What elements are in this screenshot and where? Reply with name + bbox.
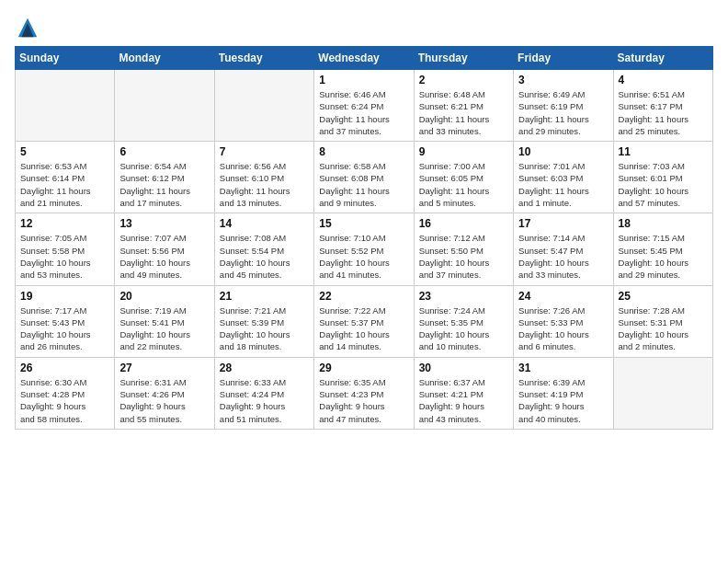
day-info: Sunrise: 7:08 AM Sunset: 5:54 PM Dayligh… — [220, 232, 309, 281]
calendar-day-cell — [115, 70, 214, 142]
day-info: Sunrise: 7:21 AM Sunset: 5:39 PM Dayligh… — [220, 304, 309, 353]
day-number: 20 — [119, 290, 209, 303]
day-number: 2 — [419, 74, 508, 86]
logo-icon — [15, 15, 40, 40]
calendar-day-cell: 27Sunrise: 6:31 AM Sunset: 4:26 PM Dayli… — [115, 357, 214, 429]
day-info: Sunrise: 6:56 AM Sunset: 6:10 PM Dayligh… — [220, 160, 309, 209]
calendar-day-cell: 31Sunrise: 6:39 AM Sunset: 4:19 PM Dayli… — [514, 357, 613, 429]
day-number: 7 — [220, 145, 309, 158]
day-number: 22 — [319, 290, 408, 303]
day-number: 3 — [518, 74, 608, 86]
day-info: Sunrise: 6:48 AM Sunset: 6:21 PM Dayligh… — [419, 88, 508, 137]
day-info: Sunrise: 7:17 AM Sunset: 5:43 PM Dayligh… — [20, 304, 109, 353]
calendar-day-cell: 8Sunrise: 6:58 AM Sunset: 6:08 PM Daylig… — [314, 142, 414, 213]
day-info: Sunrise: 6:37 AM Sunset: 4:21 PM Dayligh… — [419, 376, 508, 425]
day-number: 14 — [220, 217, 309, 230]
day-info: Sunrise: 7:01 AM Sunset: 6:03 PM Dayligh… — [518, 160, 608, 209]
calendar-day-cell: 4Sunrise: 6:51 AM Sunset: 6:17 PM Daylig… — [613, 70, 712, 142]
calendar-day-cell: 3Sunrise: 6:49 AM Sunset: 6:19 PM Daylig… — [514, 70, 613, 142]
day-info: Sunrise: 7:14 AM Sunset: 5:47 PM Dayligh… — [518, 232, 608, 281]
day-number: 17 — [518, 217, 608, 230]
day-number: 29 — [319, 362, 408, 374]
day-number: 9 — [419, 145, 508, 158]
day-info: Sunrise: 7:28 AM Sunset: 5:31 PM Dayligh… — [619, 304, 708, 353]
calendar-day-cell: 24Sunrise: 7:26 AM Sunset: 5:33 PM Dayli… — [514, 285, 613, 357]
day-info: Sunrise: 7:05 AM Sunset: 5:58 PM Dayligh… — [20, 232, 109, 281]
day-number: 5 — [20, 145, 109, 158]
calendar-day-cell: 6Sunrise: 6:54 AM Sunset: 6:12 PM Daylig… — [115, 142, 214, 213]
day-number: 21 — [220, 290, 309, 303]
calendar-week-1: 1Sunrise: 6:46 AM Sunset: 6:24 PM Daylig… — [16, 70, 713, 142]
weekday-header-friday: Friday — [514, 47, 613, 70]
day-info: Sunrise: 7:19 AM Sunset: 5:41 PM Dayligh… — [119, 304, 209, 353]
weekday-header-sunday: Sunday — [16, 47, 115, 70]
day-info: Sunrise: 6:46 AM Sunset: 6:24 PM Dayligh… — [319, 88, 408, 137]
day-number: 10 — [518, 145, 608, 158]
calendar-day-cell: 7Sunrise: 6:56 AM Sunset: 6:10 PM Daylig… — [214, 142, 313, 213]
calendar-day-cell: 12Sunrise: 7:05 AM Sunset: 5:58 PM Dayli… — [16, 213, 115, 285]
calendar-day-cell: 23Sunrise: 7:24 AM Sunset: 5:35 PM Dayli… — [414, 285, 513, 357]
calendar-day-cell: 9Sunrise: 7:00 AM Sunset: 6:05 PM Daylig… — [414, 142, 513, 213]
day-info: Sunrise: 6:49 AM Sunset: 6:19 PM Dayligh… — [518, 88, 608, 137]
day-number: 30 — [419, 362, 508, 374]
weekday-header-saturday: Saturday — [613, 47, 712, 70]
calendar-week-2: 5Sunrise: 6:53 AM Sunset: 6:14 PM Daylig… — [16, 142, 713, 213]
calendar-day-cell: 25Sunrise: 7:28 AM Sunset: 5:31 PM Dayli… — [613, 285, 712, 357]
calendar-day-cell: 26Sunrise: 6:30 AM Sunset: 4:28 PM Dayli… — [16, 357, 115, 429]
day-number: 26 — [20, 362, 109, 374]
day-number: 16 — [419, 217, 508, 230]
weekday-header-wednesday: Wednesday — [314, 47, 414, 70]
day-info: Sunrise: 7:03 AM Sunset: 6:01 PM Dayligh… — [619, 160, 708, 209]
calendar-day-cell: 19Sunrise: 7:17 AM Sunset: 5:43 PM Dayli… — [16, 285, 115, 357]
day-number: 1 — [319, 74, 408, 86]
day-number: 31 — [518, 362, 608, 374]
calendar-day-cell — [613, 357, 712, 429]
calendar-day-cell: 21Sunrise: 7:21 AM Sunset: 5:39 PM Dayli… — [214, 285, 313, 357]
day-number: 15 — [319, 217, 408, 230]
calendar-day-cell: 17Sunrise: 7:14 AM Sunset: 5:47 PM Dayli… — [514, 213, 613, 285]
day-info: Sunrise: 6:58 AM Sunset: 6:08 PM Dayligh… — [319, 160, 408, 209]
calendar-day-cell — [16, 70, 115, 142]
day-info: Sunrise: 6:39 AM Sunset: 4:19 PM Dayligh… — [518, 376, 608, 425]
day-number: 23 — [419, 290, 508, 303]
day-info: Sunrise: 7:24 AM Sunset: 5:35 PM Dayligh… — [419, 304, 508, 353]
calendar-day-cell: 1Sunrise: 6:46 AM Sunset: 6:24 PM Daylig… — [314, 70, 414, 142]
day-info: Sunrise: 6:31 AM Sunset: 4:26 PM Dayligh… — [119, 376, 209, 425]
day-number: 11 — [619, 145, 708, 158]
day-info: Sunrise: 6:54 AM Sunset: 6:12 PM Dayligh… — [119, 160, 209, 209]
calendar-day-cell: 22Sunrise: 7:22 AM Sunset: 5:37 PM Dayli… — [314, 285, 414, 357]
calendar-table: SundayMondayTuesdayWednesdayThursdayFrid… — [15, 46, 713, 430]
day-number: 4 — [619, 74, 708, 86]
day-info: Sunrise: 7:26 AM Sunset: 5:33 PM Dayligh… — [518, 304, 608, 353]
calendar-day-cell: 14Sunrise: 7:08 AM Sunset: 5:54 PM Dayli… — [214, 213, 313, 285]
day-info: Sunrise: 7:22 AM Sunset: 5:37 PM Dayligh… — [319, 304, 408, 353]
calendar-day-cell: 16Sunrise: 7:12 AM Sunset: 5:50 PM Dayli… — [414, 213, 513, 285]
day-info: Sunrise: 6:33 AM Sunset: 4:24 PM Dayligh… — [220, 376, 309, 425]
day-info: Sunrise: 6:35 AM Sunset: 4:23 PM Dayligh… — [319, 376, 408, 425]
day-info: Sunrise: 7:07 AM Sunset: 5:56 PM Dayligh… — [119, 232, 209, 281]
calendar-day-cell: 30Sunrise: 6:37 AM Sunset: 4:21 PM Dayli… — [414, 357, 513, 429]
day-number: 12 — [20, 217, 109, 230]
header — [15, 15, 713, 40]
day-number: 24 — [518, 290, 608, 303]
day-number: 27 — [119, 362, 209, 374]
page-container: SundayMondayTuesdayWednesdayThursdayFrid… — [0, 0, 728, 439]
calendar-week-4: 19Sunrise: 7:17 AM Sunset: 5:43 PM Dayli… — [16, 285, 713, 357]
calendar-week-5: 26Sunrise: 6:30 AM Sunset: 4:28 PM Dayli… — [16, 357, 713, 429]
calendar-day-cell: 13Sunrise: 7:07 AM Sunset: 5:56 PM Dayli… — [115, 213, 214, 285]
day-info: Sunrise: 6:51 AM Sunset: 6:17 PM Dayligh… — [619, 88, 708, 137]
calendar-day-cell: 2Sunrise: 6:48 AM Sunset: 6:21 PM Daylig… — [414, 70, 513, 142]
day-info: Sunrise: 7:10 AM Sunset: 5:52 PM Dayligh… — [319, 232, 408, 281]
day-number: 25 — [619, 290, 708, 303]
day-info: Sunrise: 6:53 AM Sunset: 6:14 PM Dayligh… — [20, 160, 109, 209]
day-info: Sunrise: 7:15 AM Sunset: 5:45 PM Dayligh… — [619, 232, 708, 281]
weekday-header-thursday: Thursday — [414, 47, 513, 70]
day-number: 18 — [619, 217, 708, 230]
day-number: 28 — [220, 362, 309, 374]
day-number: 13 — [119, 217, 209, 230]
day-info: Sunrise: 7:12 AM Sunset: 5:50 PM Dayligh… — [419, 232, 508, 281]
weekday-header-tuesday: Tuesday — [214, 47, 313, 70]
calendar-week-3: 12Sunrise: 7:05 AM Sunset: 5:58 PM Dayli… — [16, 213, 713, 285]
calendar-day-cell: 18Sunrise: 7:15 AM Sunset: 5:45 PM Dayli… — [613, 213, 712, 285]
calendar-day-cell: 15Sunrise: 7:10 AM Sunset: 5:52 PM Dayli… — [314, 213, 414, 285]
